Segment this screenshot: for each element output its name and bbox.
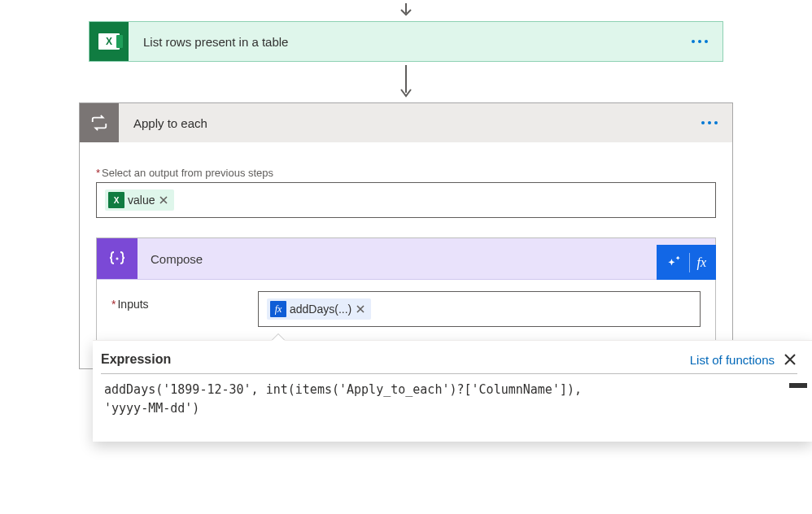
compose-curly-icon (97, 238, 138, 279)
expression-editor-popover: Expression List of functions addDays('18… (93, 340, 812, 442)
foreach-title: Apply to each (119, 116, 732, 130)
ellipsis-icon (692, 40, 708, 43)
token-remove-button[interactable] (158, 194, 169, 206)
token-remove-button[interactable] (355, 303, 366, 315)
svg-point-0 (116, 258, 119, 260)
foreach-card-menu[interactable] (701, 121, 718, 124)
expression-code-input[interactable]: addDays('1899-12-30', int(items('Apply_t… (101, 374, 797, 417)
compose-title: Compose (138, 252, 715, 266)
fx-icon: fx (696, 255, 706, 270)
divider (689, 253, 690, 272)
flow-arrow-icon (399, 63, 413, 99)
flow-arrow-icon (399, 2, 413, 18)
compose-card[interactable]: Compose fx *Inputs fx addDays(...) (96, 237, 716, 342)
excel-action-title: List rows present in a table (129, 35, 723, 49)
ai-fx-toolbar[interactable]: fx (657, 245, 716, 280)
fx-icon: fx (270, 301, 286, 317)
expression-tab[interactable]: Expression (101, 352, 171, 367)
popover-caret-icon (272, 334, 285, 341)
close-button[interactable] (783, 352, 797, 367)
token-excel-value[interactable]: X value (105, 189, 174, 211)
compose-inputs-label: *Inputs (111, 291, 258, 311)
excel-icon: X (108, 192, 124, 208)
compose-inputs-field[interactable]: fx addDays(...) (258, 291, 701, 327)
excel-icon: X (89, 22, 129, 61)
loop-icon (80, 103, 119, 142)
token-fx-adddays[interactable]: fx addDays(...) (267, 298, 371, 320)
excel-card-menu[interactable] (692, 40, 708, 43)
apply-to-each-card[interactable]: Apply to each *Select an output from pre… (79, 102, 733, 369)
foreach-output-input[interactable]: X value (96, 182, 716, 218)
excel-list-rows-card[interactable]: X List rows present in a table (89, 21, 723, 62)
sparkle-icon (666, 255, 683, 271)
scroll-indicator (796, 383, 807, 446)
list-of-functions-link[interactable]: List of functions (690, 353, 775, 367)
foreach-output-label: *Select an output from previous steps (96, 167, 716, 179)
close-icon (783, 352, 797, 367)
ellipsis-icon (701, 121, 718, 124)
